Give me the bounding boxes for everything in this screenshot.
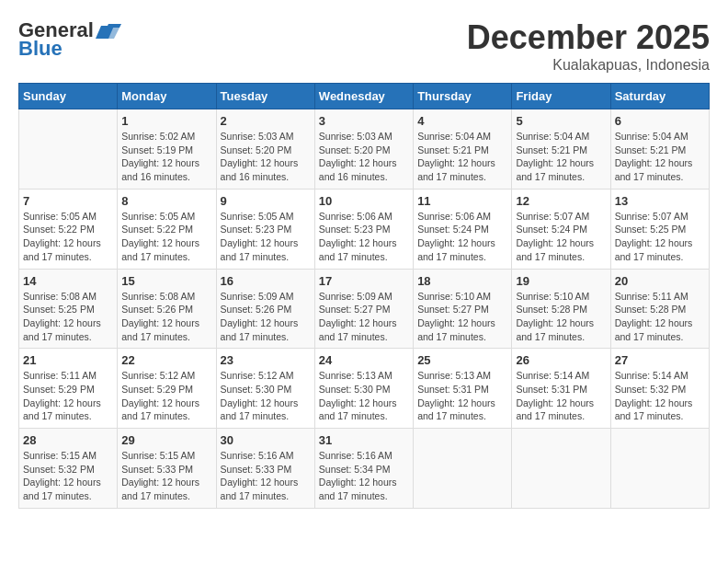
calendar-empty-cell [512, 429, 610, 509]
day-info: Sunrise: 5:02 AM Sunset: 5:19 PM Dayligh… [121, 130, 211, 184]
page-header: General Blue December 2025 Kualakapuas, … [18, 18, 710, 74]
header-friday: Friday [512, 84, 610, 109]
day-number: 16 [221, 274, 311, 288]
day-number: 31 [319, 433, 409, 447]
day-number: 4 [417, 114, 507, 128]
day-number: 6 [615, 114, 705, 128]
day-number: 11 [417, 194, 507, 208]
calendar-empty-cell [414, 429, 512, 509]
day-number: 1 [121, 114, 211, 128]
day-info: Sunrise: 5:03 AM Sunset: 5:20 PM Dayligh… [221, 130, 311, 184]
day-info: Sunrise: 5:06 AM Sunset: 5:23 PM Dayligh… [319, 210, 409, 264]
header-tuesday: Tuesday [216, 84, 314, 109]
day-info: Sunrise: 5:05 AM Sunset: 5:22 PM Dayligh… [121, 210, 211, 264]
header-monday: Monday [118, 84, 216, 109]
day-number: 13 [615, 194, 705, 208]
day-number: 19 [516, 274, 606, 288]
day-number: 21 [23, 353, 113, 367]
logo-icon [96, 20, 121, 40]
header-thursday: Thursday [414, 84, 512, 109]
calendar-day-16: 16Sunrise: 5:09 AM Sunset: 5:26 PM Dayli… [216, 269, 314, 349]
day-info: Sunrise: 5:09 AM Sunset: 5:27 PM Dayligh… [319, 290, 409, 344]
calendar-day-23: 23Sunrise: 5:12 AM Sunset: 5:30 PM Dayli… [216, 349, 314, 429]
calendar-day-15: 15Sunrise: 5:08 AM Sunset: 5:26 PM Dayli… [118, 269, 216, 349]
calendar-week-row: 7Sunrise: 5:05 AM Sunset: 5:22 PM Daylig… [19, 189, 710, 269]
calendar-day-8: 8Sunrise: 5:05 AM Sunset: 5:22 PM Daylig… [118, 189, 216, 269]
day-info: Sunrise: 5:10 AM Sunset: 5:28 PM Dayligh… [516, 290, 606, 344]
location-subtitle: Kualakapuas, Indonesia [467, 57, 710, 74]
day-info: Sunrise: 5:04 AM Sunset: 5:21 PM Dayligh… [516, 130, 606, 184]
day-number: 7 [23, 194, 113, 208]
day-info: Sunrise: 5:13 AM Sunset: 5:30 PM Dayligh… [319, 369, 409, 423]
calendar-day-26: 26Sunrise: 5:14 AM Sunset: 5:31 PM Dayli… [512, 349, 610, 429]
calendar-day-14: 14Sunrise: 5:08 AM Sunset: 5:25 PM Dayli… [19, 269, 118, 349]
calendar-day-3: 3Sunrise: 5:03 AM Sunset: 5:20 PM Daylig… [314, 109, 413, 190]
day-number: 29 [121, 433, 211, 447]
day-number: 17 [319, 274, 409, 288]
calendar-week-row: 28Sunrise: 5:15 AM Sunset: 5:32 PM Dayli… [19, 429, 710, 509]
day-info: Sunrise: 5:08 AM Sunset: 5:25 PM Dayligh… [23, 290, 113, 344]
calendar-day-20: 20Sunrise: 5:11 AM Sunset: 5:28 PM Dayli… [610, 269, 709, 349]
day-number: 22 [121, 353, 211, 367]
day-info: Sunrise: 5:04 AM Sunset: 5:21 PM Dayligh… [615, 130, 705, 184]
day-number: 26 [516, 353, 606, 367]
day-info: Sunrise: 5:08 AM Sunset: 5:26 PM Dayligh… [121, 290, 211, 344]
day-info: Sunrise: 5:03 AM Sunset: 5:20 PM Dayligh… [319, 130, 409, 184]
day-number: 12 [516, 194, 606, 208]
day-info: Sunrise: 5:14 AM Sunset: 5:31 PM Dayligh… [516, 369, 606, 423]
calendar-day-19: 19Sunrise: 5:10 AM Sunset: 5:28 PM Dayli… [512, 269, 610, 349]
day-number: 20 [615, 274, 705, 288]
day-number: 14 [23, 274, 113, 288]
day-info: Sunrise: 5:11 AM Sunset: 5:29 PM Dayligh… [23, 369, 113, 423]
title-block: December 2025 Kualakapuas, Indonesia [467, 18, 710, 74]
day-number: 25 [417, 353, 507, 367]
header-saturday: Saturday [610, 84, 709, 109]
day-info: Sunrise: 5:06 AM Sunset: 5:24 PM Dayligh… [417, 210, 507, 264]
calendar-day-7: 7Sunrise: 5:05 AM Sunset: 5:22 PM Daylig… [19, 189, 118, 269]
day-info: Sunrise: 5:14 AM Sunset: 5:32 PM Dayligh… [615, 369, 705, 423]
day-info: Sunrise: 5:07 AM Sunset: 5:24 PM Dayligh… [516, 210, 606, 264]
calendar-empty-cell [19, 109, 118, 190]
calendar-day-4: 4Sunrise: 5:04 AM Sunset: 5:21 PM Daylig… [414, 109, 512, 190]
day-info: Sunrise: 5:13 AM Sunset: 5:31 PM Dayligh… [417, 369, 507, 423]
day-info: Sunrise: 5:12 AM Sunset: 5:29 PM Dayligh… [121, 369, 211, 423]
calendar-day-5: 5Sunrise: 5:04 AM Sunset: 5:21 PM Daylig… [512, 109, 610, 190]
day-number: 27 [615, 353, 705, 367]
day-info: Sunrise: 5:11 AM Sunset: 5:28 PM Dayligh… [615, 290, 705, 344]
day-info: Sunrise: 5:15 AM Sunset: 5:33 PM Dayligh… [121, 449, 211, 503]
calendar-day-2: 2Sunrise: 5:03 AM Sunset: 5:20 PM Daylig… [216, 109, 314, 190]
calendar-day-9: 9Sunrise: 5:05 AM Sunset: 5:23 PM Daylig… [216, 189, 314, 269]
calendar-day-22: 22Sunrise: 5:12 AM Sunset: 5:29 PM Dayli… [118, 349, 216, 429]
calendar-day-28: 28Sunrise: 5:15 AM Sunset: 5:32 PM Dayli… [19, 429, 118, 509]
day-number: 5 [516, 114, 606, 128]
calendar-day-13: 13Sunrise: 5:07 AM Sunset: 5:25 PM Dayli… [610, 189, 709, 269]
calendar-week-row: 1Sunrise: 5:02 AM Sunset: 5:19 PM Daylig… [19, 109, 710, 190]
day-number: 23 [221, 353, 311, 367]
day-number: 10 [319, 194, 409, 208]
day-number: 15 [121, 274, 211, 288]
calendar-day-12: 12Sunrise: 5:07 AM Sunset: 5:24 PM Dayli… [512, 189, 610, 269]
day-info: Sunrise: 5:05 AM Sunset: 5:22 PM Dayligh… [23, 210, 113, 264]
day-info: Sunrise: 5:04 AM Sunset: 5:21 PM Dayligh… [417, 130, 507, 184]
day-number: 30 [221, 433, 311, 447]
month-year-title: December 2025 [467, 18, 710, 57]
day-number: 8 [121, 194, 211, 208]
header-wednesday: Wednesday [314, 84, 413, 109]
day-info: Sunrise: 5:05 AM Sunset: 5:23 PM Dayligh… [221, 210, 311, 264]
calendar-header-row: SundayMondayTuesdayWednesdayThursdayFrid… [19, 84, 710, 109]
calendar-day-6: 6Sunrise: 5:04 AM Sunset: 5:21 PM Daylig… [610, 109, 709, 190]
calendar-day-18: 18Sunrise: 5:10 AM Sunset: 5:27 PM Dayli… [414, 269, 512, 349]
calendar-day-10: 10Sunrise: 5:06 AM Sunset: 5:23 PM Dayli… [314, 189, 413, 269]
logo-text-blue: Blue [18, 37, 63, 61]
day-info: Sunrise: 5:09 AM Sunset: 5:26 PM Dayligh… [221, 290, 311, 344]
calendar-day-11: 11Sunrise: 5:06 AM Sunset: 5:24 PM Dayli… [414, 189, 512, 269]
logo: General Blue [18, 18, 121, 61]
day-info: Sunrise: 5:15 AM Sunset: 5:32 PM Dayligh… [23, 449, 113, 503]
calendar-table: SundayMondayTuesdayWednesdayThursdayFrid… [18, 83, 710, 509]
calendar-day-31: 31Sunrise: 5:16 AM Sunset: 5:34 PM Dayli… [314, 429, 413, 509]
day-info: Sunrise: 5:16 AM Sunset: 5:33 PM Dayligh… [221, 449, 311, 503]
day-info: Sunrise: 5:10 AM Sunset: 5:27 PM Dayligh… [417, 290, 507, 344]
day-info: Sunrise: 5:16 AM Sunset: 5:34 PM Dayligh… [319, 449, 409, 503]
day-number: 28 [23, 433, 113, 447]
calendar-week-row: 14Sunrise: 5:08 AM Sunset: 5:25 PM Dayli… [19, 269, 710, 349]
